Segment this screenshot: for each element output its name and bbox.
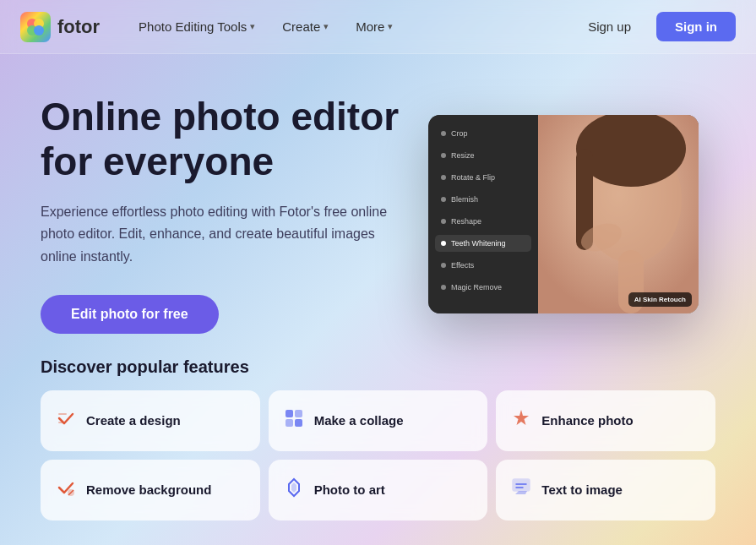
feature-photo-to-art[interactable]: Photo to art — [269, 460, 488, 520]
feature-label-text-to-image: Text to image — [541, 482, 623, 497]
features-title: Discover popular features — [41, 357, 715, 377]
feature-enhance-photo[interactable]: Enhance photo — [496, 390, 715, 451]
tool-rotate: Rotate & Flip — [435, 169, 531, 186]
remove-bg-icon — [56, 477, 76, 503]
hero-title: Online photo editor for everyone — [41, 95, 401, 184]
nav-item-photo-tools[interactable]: Photo Editing Tools ▾ — [127, 13, 267, 41]
edit-photo-button[interactable]: Edit photo for free — [41, 295, 219, 334]
features-section: Discover popular features Create a desig… — [0, 334, 756, 520]
chevron-down-icon: ▾ — [388, 21, 393, 32]
svg-rect-10 — [286, 410, 293, 417]
chevron-down-icon: ▾ — [250, 21, 255, 32]
signin-button[interactable]: Sign in — [656, 12, 736, 41]
tool-resize: Resize — [435, 147, 531, 164]
editor-preview-mock: Crop Resize Rotate & Flip Blemish Reshap… — [428, 115, 699, 313]
svg-rect-12 — [286, 419, 293, 427]
feature-make-collage[interactable]: Make a collage — [269, 390, 488, 451]
tool-magic-remove: Magic Remove — [435, 279, 531, 296]
feature-label-remove-bg: Remove background — [86, 482, 211, 497]
nav-item-create[interactable]: Create ▾ — [270, 13, 340, 41]
svg-marker-17 — [291, 482, 296, 493]
nav-auth: Sign up Sign in — [573, 12, 736, 41]
ai-badge: AI Skin Retouch — [628, 292, 692, 307]
hero-left: Online photo editor for everyone Experie… — [41, 95, 401, 334]
hero-description: Experience effortless photo editing with… — [41, 201, 401, 268]
navbar: fotor Photo Editing Tools ▾ Create ▾ Mor… — [0, 0, 756, 54]
logo-icon — [20, 12, 51, 42]
logo-link[interactable]: fotor — [20, 12, 100, 42]
nav-label-create: Create — [282, 19, 320, 34]
chevron-down-icon: ▾ — [324, 21, 329, 32]
hero-image: Crop Resize Rotate & Flip Blemish Reshap… — [428, 115, 715, 313]
feature-label-create-design: Create a design — [86, 413, 181, 428]
editor-sidebar: Crop Resize Rotate & Flip Blemish Reshap… — [428, 115, 538, 313]
logo-text: fotor — [57, 16, 100, 38]
feature-label-photo-to-art: Photo to art — [314, 482, 385, 497]
nav-label-photo-tools: Photo Editing Tools — [139, 19, 247, 34]
nav-label-more: More — [356, 19, 384, 34]
make-collage-icon — [284, 408, 304, 433]
tool-reshape: Reshape — [435, 213, 531, 230]
feature-text-to-image[interactable]: Text to image — [496, 460, 715, 520]
tool-crop: Crop — [435, 125, 531, 142]
features-grid: Create a design Make a collage Enhance p… — [41, 390, 715, 520]
create-design-icon — [56, 408, 76, 433]
svg-point-3 — [34, 25, 44, 35]
feature-label-enhance-photo: Enhance photo — [541, 413, 633, 428]
nav-items: Photo Editing Tools ▾ Create ▾ More ▾ — [127, 13, 573, 41]
svg-rect-18 — [513, 479, 530, 491]
text-to-image-icon — [511, 477, 531, 503]
feature-create-design[interactable]: Create a design — [41, 390, 260, 451]
hero-section: Online photo editor for everyone Experie… — [0, 54, 756, 334]
tool-blemish: Blemish — [435, 191, 531, 208]
nav-item-more[interactable]: More ▾ — [344, 13, 405, 41]
signup-button[interactable]: Sign up — [573, 13, 646, 41]
tool-teeth: Teeth Whitening — [435, 235, 531, 252]
photo-to-art-icon — [284, 477, 304, 503]
feature-remove-background[interactable]: Remove background — [41, 460, 260, 520]
tool-effects: Effects — [435, 257, 531, 274]
svg-rect-13 — [295, 419, 302, 427]
enhance-photo-icon — [511, 408, 531, 433]
svg-rect-11 — [295, 410, 302, 417]
editor-photo-preview: AI Skin Retouch — [538, 115, 699, 313]
feature-label-make-collage: Make a collage — [314, 413, 404, 428]
